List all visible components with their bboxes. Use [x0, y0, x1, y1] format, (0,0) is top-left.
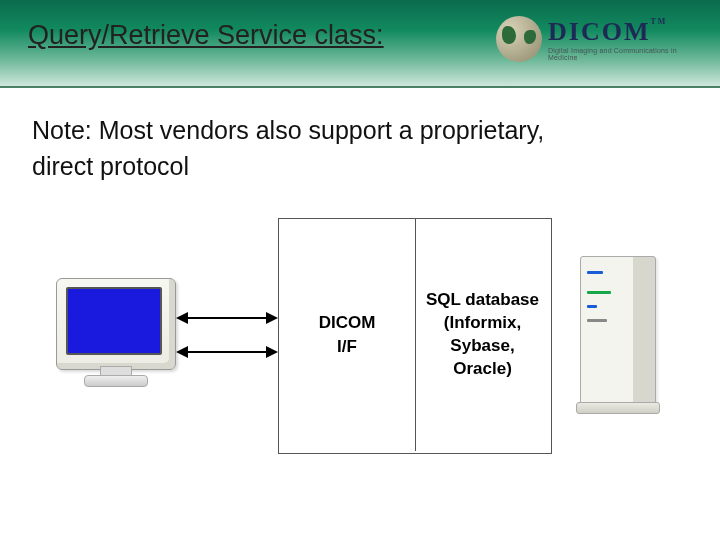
dicom-interface-box: DICOM I/F	[279, 219, 415, 451]
architecture-diagram: DICOM I/F SQL database (Informix, Sybase…	[0, 218, 720, 478]
note-text: Note: Most vendors also support a propri…	[32, 112, 688, 185]
server-components-box: DICOM I/F SQL database (Informix, Sybase…	[278, 218, 552, 454]
slide-header: Query/Retrieve Service class: DICOMTM Di…	[0, 0, 720, 88]
dicom-logo: DICOMTM Digital Imaging and Communicatio…	[496, 12, 706, 66]
server-tower-icon	[580, 256, 654, 414]
workstation-icon	[56, 278, 174, 378]
slide-title: Query/Retrieve Service class:	[28, 20, 384, 51]
logo-wordmark: DICOMTM	[548, 17, 706, 47]
logo-tagline: Digital Imaging and Communications in Me…	[548, 47, 706, 61]
globe-icon	[496, 16, 542, 62]
slide-body: Note: Most vendors also support a propri…	[0, 88, 720, 209]
sql-database-box: SQL database (Informix, Sybase, Oracle)	[415, 219, 549, 451]
